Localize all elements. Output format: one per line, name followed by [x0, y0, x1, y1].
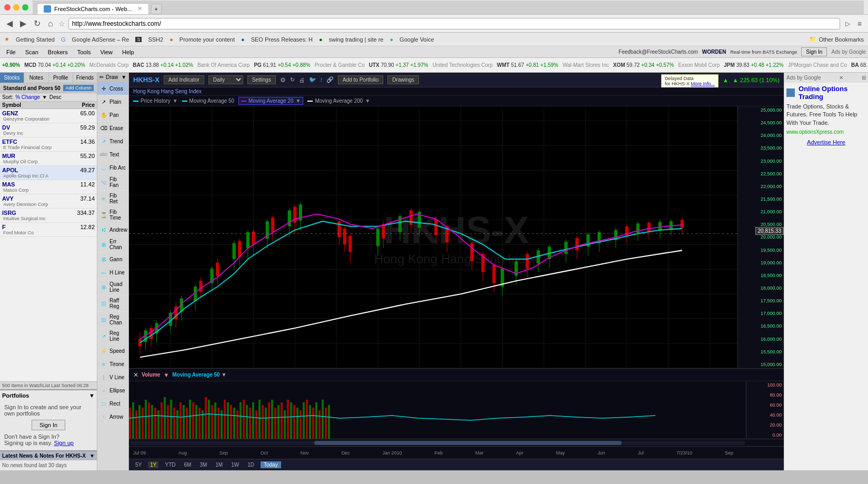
- reload-button[interactable]: ↻: [32, 17, 43, 29]
- draw-tool-tirone[interactable]: ≡ Tirone: [97, 358, 128, 371]
- ticker-xom[interactable]: XOM 59.72 +0.34 +0.57%: [613, 62, 674, 68]
- draw-tool-ellipse[interactable]: ○ Ellipse: [97, 384, 128, 397]
- draw-tool-gann[interactable]: ⊞ Gann: [97, 253, 128, 266]
- ad-title[interactable]: Online Options Trading: [799, 85, 847, 101]
- menu-file[interactable]: File: [2, 48, 20, 56]
- ticker-bac[interactable]: BAC 13.88 +0.14 +1.02%: [133, 62, 193, 68]
- draw-tool-erase[interactable]: ⌫ Erase: [97, 122, 128, 135]
- portfolios-sign-up-link[interactable]: Sign up: [54, 440, 74, 446]
- menu-view[interactable]: View: [96, 48, 117, 56]
- period-1y-button[interactable]: 1Y: [148, 461, 158, 468]
- draw-tool-arrow[interactable]: ↑ Arrow: [97, 410, 128, 423]
- stock-symbol-genz[interactable]: GENZ: [2, 110, 66, 116]
- bookmark-google-voice-label[interactable]: Google Voice: [400, 36, 434, 43]
- period-1d-button[interactable]: 1D: [245, 461, 256, 468]
- menu-dots-button[interactable]: ≡: [855, 18, 864, 29]
- portfolios-sign-in-button[interactable]: Sign In: [32, 420, 65, 430]
- list-item[interactable]: AVY 37.14 Avery Dennison Corp: [0, 194, 97, 209]
- volume-chart[interactable]: 100.00 80.00 60.00 40.00 20.00 0.00: [129, 381, 784, 439]
- period-1w-button[interactable]: 1W: [229, 461, 241, 468]
- menu-help[interactable]: Help: [118, 48, 138, 56]
- bookmark-seo[interactable]: ●: [241, 36, 245, 43]
- maximize-button[interactable]: [22, 4, 28, 11]
- list-item[interactable]: F 12.82 Ford Motor Co: [0, 223, 97, 237]
- indicator-price-history[interactable]: Price History ▼: [133, 98, 178, 104]
- tab-profile[interactable]: Profile: [49, 73, 73, 83]
- ticker-mcd[interactable]: MCD 70.04 +0.14 +0.20%: [24, 62, 85, 68]
- period-today-button[interactable]: Today: [261, 461, 281, 468]
- list-item[interactable]: ISRG 334.37 Intuitive Surgical Inc: [0, 209, 97, 223]
- tab-friends[interactable]: Friends: [73, 73, 97, 83]
- settings-button[interactable]: Settings: [247, 75, 276, 84]
- bookmark-ssh2-label[interactable]: SSH2: [148, 36, 163, 43]
- draw-tool-raff-reg[interactable]: ⊡ Raff Reg: [97, 295, 128, 312]
- price-history-dropdown[interactable]: ▼: [173, 98, 178, 104]
- bookmark-seo-label[interactable]: SEO Press Releases: H: [251, 36, 313, 43]
- menu-scan[interactable]: Scan: [21, 48, 43, 56]
- add-indicator-button[interactable]: Add Indicator: [164, 75, 204, 84]
- draw-tool-cross[interactable]: ✛ Cross: [97, 82, 128, 95]
- menu-brokers[interactable]: Brokers: [44, 48, 72, 56]
- indicator-ma50[interactable]: Moving Average 50: [182, 98, 234, 104]
- volume-dropdown-icon[interactable]: ▼: [163, 372, 169, 378]
- minimize-button[interactable]: [13, 4, 19, 11]
- bookmark-swing[interactable]: ●: [319, 36, 323, 43]
- period-5y-button[interactable]: 5Y: [133, 461, 144, 468]
- sort-arrow[interactable]: ▼: [42, 94, 47, 100]
- list-item[interactable]: GENZ 65.00 Genzyme Corporation: [0, 109, 97, 123]
- drawings-button[interactable]: Drawings: [387, 75, 419, 84]
- link-icon[interactable]: 🔗: [326, 76, 334, 83]
- draw-dropdown-icon[interactable]: ▼: [121, 74, 126, 80]
- indicator-ma200[interactable]: Moving Average 200 ▼: [307, 98, 370, 104]
- draw-tool-reg-chan[interactable]: ⊡ Reg Chan: [97, 312, 128, 328]
- draw-tool-fib-arc[interactable]: ◡ Fib Arc: [97, 161, 128, 174]
- draw-tool-h-line[interactable]: — H Line: [97, 266, 128, 279]
- stock-symbol-dv[interactable]: DV: [2, 124, 66, 131]
- chart-scrollbar[interactable]: [129, 439, 784, 446]
- stock-symbol-isrg[interactable]: ISRG: [2, 210, 66, 216]
- bookmark-other[interactable]: 📁 Other Bookmarks: [809, 36, 864, 43]
- portfolios-dropdown-icon[interactable]: ▼: [89, 392, 95, 399]
- draw-tool-err-chan[interactable]: ⊞ Err Chan: [97, 236, 128, 253]
- sort-dir[interactable]: Desc: [49, 94, 62, 100]
- period-ytd-button[interactable]: YTD: [163, 461, 177, 468]
- period-select[interactable]: Daily Weekly Monthly: [208, 75, 243, 84]
- ticker-jpm[interactable]: JPM 39.83 +0.48 +1.22%: [724, 62, 783, 68]
- list-item[interactable]: MAS 11.42 Masco Corp: [0, 180, 97, 194]
- list-item[interactable]: APOL 49.27 Apollo Group Inc Cl A: [0, 166, 97, 180]
- bookmark-getting-started-label[interactable]: Getting Started: [16, 36, 55, 43]
- stock-symbol-apol[interactable]: APOL: [2, 167, 66, 173]
- tab-close-icon[interactable]: ✕: [137, 5, 142, 12]
- stock-symbol-avy[interactable]: AVY: [2, 195, 66, 202]
- close-button[interactable]: [4, 4, 11, 11]
- draw-tool-speed[interactable]: ⚡ Speed: [97, 344, 128, 358]
- stock-symbol-etfc[interactable]: ETFC: [2, 139, 66, 145]
- chart-symbol[interactable]: HKHS-X: [133, 76, 159, 84]
- draw-tool-fib-time[interactable]: ⌛ Fib Time: [97, 207, 128, 223]
- tab-notes[interactable]: Notes: [24, 73, 48, 83]
- tab-stocks[interactable]: Stocks: [0, 73, 24, 83]
- stock-symbol-mur[interactable]: MUR: [2, 153, 66, 159]
- news-dropdown-icon[interactable]: ▼: [89, 453, 95, 459]
- new-tab-button[interactable]: +: [151, 4, 162, 14]
- ticker-pg[interactable]: PG 61.91 +0.54 +0.88%: [254, 62, 310, 68]
- ma200-dropdown[interactable]: ▼: [365, 98, 370, 104]
- bookmark-promote-label[interactable]: Promote your content: [179, 36, 235, 43]
- draw-tool-plain[interactable]: ↗ Plain: [97, 95, 128, 108]
- print-icon[interactable]: 🖨: [299, 77, 305, 83]
- scrollbar-thumb[interactable]: [314, 441, 622, 445]
- bookmark-getting-started[interactable]: ★: [4, 36, 9, 43]
- chart-main[interactable]: HKHS-X Hong Kong Hang Seng Index: [129, 106, 784, 368]
- bookmark-promote[interactable]: ●: [169, 36, 173, 43]
- draw-tool-text[interactable]: abc Text: [97, 148, 128, 161]
- refresh-icon[interactable]: ↻: [290, 76, 295, 83]
- bookmark-adsense[interactable]: G: [61, 36, 66, 43]
- sort-value[interactable]: % Change: [15, 94, 40, 100]
- active-tab[interactable]: FreeStockCharts.com - Web... ✕: [37, 3, 149, 14]
- stock-symbol-mas[interactable]: MAS: [2, 181, 66, 187]
- list-item[interactable]: MUR 55.20 Murphy Oil Corp: [0, 152, 97, 166]
- draw-tool-fib-ret[interactable]: ≡ Fib Ret: [97, 191, 128, 207]
- menu-tools[interactable]: Tools: [73, 48, 95, 56]
- scrollbar-track[interactable]: [130, 441, 745, 445]
- draw-tool-andrew[interactable]: ⑆ Andrew: [97, 223, 128, 236]
